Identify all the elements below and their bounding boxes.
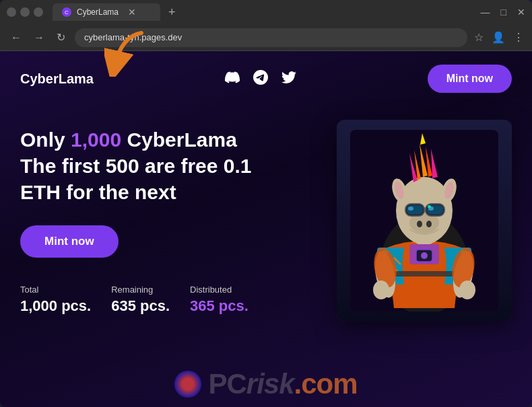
- svg-point-41: [459, 281, 475, 299]
- mint-button-hero[interactable]: Mint now: [20, 225, 119, 258]
- back-button[interactable]: ←: [8, 29, 24, 46]
- watermark-text: PCrisk.com: [208, 368, 357, 400]
- hero-title-only: Only: [20, 128, 71, 151]
- window-minimize-button[interactable]: [20, 7, 30, 17]
- nav-icons: [225, 70, 296, 88]
- nft-container: [323, 120, 512, 322]
- webpage-content: CyberLama Mint now: [0, 51, 532, 407]
- site-logo: CyberLama: [20, 71, 94, 87]
- forward-button[interactable]: →: [31, 29, 47, 46]
- window-control-buttons: [7, 7, 43, 17]
- address-input[interactable]: [75, 28, 467, 47]
- svg-rect-19: [428, 205, 431, 208]
- stat-total-label: Total: [20, 285, 91, 295]
- hero-title-line2: The first 500 are free 0.1: [20, 155, 252, 177]
- hero-title-number: 1,000: [71, 128, 121, 151]
- stat-distributed-value: 365 pcs.: [190, 297, 248, 315]
- title-bar: C CyberLama ✕ + — □ ✕: [0, 0, 532, 24]
- discord-icon[interactable]: [225, 70, 240, 88]
- svg-point-35: [421, 252, 428, 259]
- nft-image: [337, 120, 512, 322]
- hero-title-line3: ETH for the next: [20, 181, 176, 203]
- profile-icon[interactable]: 👤: [492, 31, 505, 44]
- nft-card: [337, 120, 512, 322]
- telegram-icon[interactable]: [253, 70, 268, 88]
- tab-title: CyberLama: [77, 7, 119, 17]
- browser-tab[interactable]: C CyberLama ✕: [53, 3, 160, 21]
- hero-text: Only 1,000 CyberLama The first 500 are f…: [20, 120, 310, 315]
- menu-icon[interactable]: ⋮: [513, 31, 524, 44]
- svg-rect-16: [424, 208, 426, 212]
- svg-rect-6: [387, 271, 461, 276]
- stat-distributed-label: Distributed: [190, 285, 248, 295]
- mint-button-nav[interactable]: Mint now: [428, 65, 512, 93]
- svg-point-40: [373, 281, 389, 299]
- svg-point-17: [408, 207, 413, 211]
- stats-section: Total 1,000 pcs. Remaining 635 pcs. Dist…: [20, 285, 310, 315]
- watermark-icon: [174, 371, 201, 398]
- window-maximize-button[interactable]: [34, 7, 43, 17]
- hero-title-name: CyberLama: [121, 128, 237, 151]
- bookmark-icon[interactable]: ☆: [474, 31, 484, 44]
- tab-favicon: C: [62, 7, 71, 17]
- hero-title: Only 1,000 CyberLama The first 500 are f…: [20, 126, 310, 205]
- tab-close-button[interactable]: ✕: [128, 7, 136, 17]
- stat-distributed: Distributed 365 pcs.: [190, 285, 248, 315]
- stat-total-value: 1,000 pcs.: [20, 297, 91, 315]
- tab-bar: C CyberLama ✕ +: [53, 3, 475, 21]
- svg-point-10: [417, 221, 422, 227]
- hero-section: Only 1,000 CyberLama The first 500 are f…: [0, 106, 532, 335]
- browser-frame: C CyberLama ✕ + — □ ✕ ← → ↻ ☆ 👤 ⋮: [0, 0, 532, 407]
- stat-remaining-value: 635 pcs.: [111, 297, 170, 315]
- window-controls: — □ ✕: [481, 7, 525, 17]
- watermark-pc: PC: [208, 368, 246, 400]
- toolbar-icons: ☆ 👤 ⋮: [474, 31, 524, 44]
- reload-button[interactable]: ↻: [54, 28, 68, 46]
- new-tab-button[interactable]: +: [164, 5, 180, 20]
- watermark-risk: risk: [246, 368, 294, 400]
- twitter-icon[interactable]: [281, 70, 296, 88]
- close-icon[interactable]: ✕: [517, 7, 525, 17]
- watermark-com: .com: [294, 368, 358, 400]
- window-close-button[interactable]: [7, 7, 16, 17]
- stat-remaining-label: Remaining: [111, 285, 170, 295]
- stat-total: Total 1,000 pcs.: [20, 285, 91, 315]
- minimize-icon[interactable]: —: [481, 7, 490, 17]
- maximize-icon[interactable]: □: [501, 7, 506, 17]
- watermark: PCrisk.com: [0, 368, 532, 400]
- address-bar-row: ← → ↻ ☆ 👤 ⋮: [0, 24, 532, 51]
- stat-remaining: Remaining 635 pcs.: [111, 285, 170, 315]
- site-nav: CyberLama Mint now: [0, 51, 532, 106]
- svg-point-11: [426, 221, 432, 227]
